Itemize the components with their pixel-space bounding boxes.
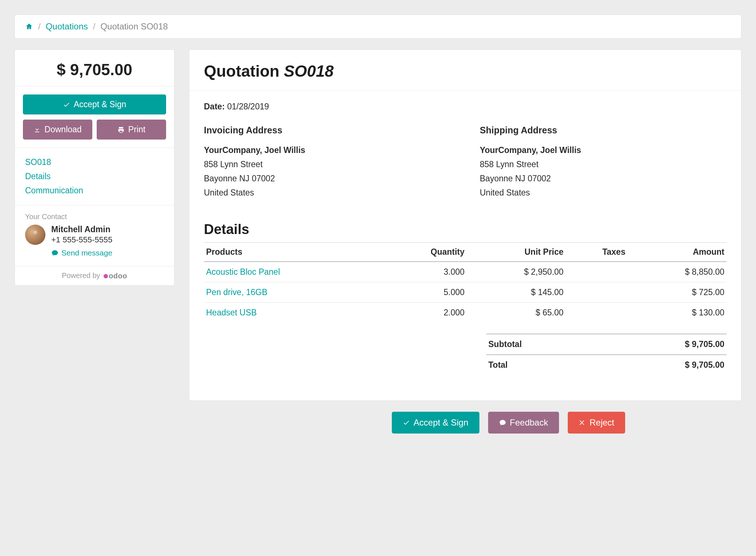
accept-sign-label: Accept & Sign xyxy=(74,100,126,109)
addr-country: United States xyxy=(204,186,451,200)
order-total: $ 9,705.00 xyxy=(15,50,174,86)
chat-icon xyxy=(51,249,59,257)
shipping-heading: Shipping Address xyxy=(480,122,727,138)
powered-by: Powered by odoo xyxy=(15,266,174,285)
subtotal-value: $ 9,705.00 xyxy=(685,339,724,349)
download-icon xyxy=(33,126,41,133)
nav-details[interactable]: Details xyxy=(25,169,164,184)
nav-communication[interactable]: Communication xyxy=(25,184,164,198)
cell-taxes xyxy=(566,262,627,282)
nav-so018[interactable]: SO018 xyxy=(25,155,164,169)
col-quantity: Quantity xyxy=(381,242,467,262)
date-label: Date: xyxy=(204,102,225,111)
cell-qty: 2.000 xyxy=(381,302,467,323)
table-row: Acoustic Bloc Panel3.000$ 2,950.00$ 8,85… xyxy=(204,262,727,282)
details-heading: Details xyxy=(204,222,727,237)
cell-unit-price: $ 2,950.00 xyxy=(467,262,566,282)
contact-name: Mitchell Admin xyxy=(51,225,112,234)
totals: Subtotal $ 9,705.00 Total $ 9,705.00 xyxy=(486,334,727,375)
title-prefix: Quotation xyxy=(204,62,284,80)
invoicing-address: Invoicing Address YourCompany, Joel Will… xyxy=(204,122,451,200)
print-label: Print xyxy=(128,125,145,134)
sidebar: $ 9,705.00 Accept & Sign Download xyxy=(15,49,174,286)
cell-qty: 5.000 xyxy=(381,282,467,302)
table-row: Pen drive, 16GB5.000$ 145.00$ 725.00 xyxy=(204,282,727,302)
reject-label: Reject xyxy=(590,418,614,428)
contact-section: Your Contact Mitchell Admin +1 555-555-5… xyxy=(15,205,174,266)
total-label: Total xyxy=(488,360,508,370)
total-value: $ 9,705.00 xyxy=(685,360,724,370)
send-message-link[interactable]: Send message xyxy=(51,249,112,257)
table-row: Headset USB2.000$ 65.00$ 130.00 xyxy=(204,302,727,323)
col-products: Products xyxy=(204,242,381,262)
invoicing-heading: Invoicing Address xyxy=(204,122,451,138)
close-icon xyxy=(579,419,586,426)
accept-sign-label: Accept & Sign xyxy=(414,418,469,428)
col-amount: Amount xyxy=(628,242,727,262)
product-link[interactable]: Pen drive, 16GB xyxy=(206,287,268,297)
title-ref: SO018 xyxy=(284,62,334,80)
contact-phone: +1 555-555-5555 xyxy=(51,235,112,245)
feedback-button[interactable]: Feedback xyxy=(488,412,559,434)
addr-street: 858 Lynn Street xyxy=(480,157,727,172)
subtotal-label: Subtotal xyxy=(488,339,522,349)
addr-company: YourCompany, Joel Willis xyxy=(480,143,727,157)
addr-city: Bayonne NJ 07002 xyxy=(204,172,451,186)
breadcrumb: / Quotations / Quotation SO018 xyxy=(15,15,741,39)
download-label: Download xyxy=(44,125,81,134)
cell-qty: 3.000 xyxy=(381,262,467,282)
cell-amount: $ 130.00 xyxy=(628,302,727,323)
cell-taxes xyxy=(566,302,627,323)
date-row: Date: 01/28/2019 xyxy=(204,102,727,112)
check-icon xyxy=(63,101,70,108)
bottom-actions: Accept & Sign Feedback Reject xyxy=(15,412,741,434)
avatar xyxy=(25,225,45,245)
breadcrumb-current: Quotation SO018 xyxy=(100,21,168,32)
details-table: Products Quantity Unit Price Taxes Amoun… xyxy=(204,242,727,323)
chat-icon xyxy=(499,419,506,426)
check-icon xyxy=(403,419,410,426)
shipping-address: Shipping Address YourCompany, Joel Willi… xyxy=(480,122,727,200)
sidebar-actions: Accept & Sign Download Print xyxy=(15,86,174,148)
odoo-dot-icon xyxy=(104,274,108,278)
powered-by-text: Powered by xyxy=(62,271,100,279)
cell-amount: $ 725.00 xyxy=(628,282,727,302)
product-link[interactable]: Headset USB xyxy=(206,308,257,317)
accept-sign-button-bottom[interactable]: Accept & Sign xyxy=(392,412,479,434)
main-panel: Quotation SO018 Date: 01/28/2019 Invoici… xyxy=(189,49,741,401)
addr-company: YourCompany, Joel Willis xyxy=(204,143,451,157)
print-icon xyxy=(117,126,125,133)
send-message-label: Send message xyxy=(61,249,112,257)
date-value: 01/28/2019 xyxy=(227,102,269,111)
addr-street: 858 Lynn Street xyxy=(204,157,451,172)
home-icon[interactable] xyxy=(25,23,33,31)
reject-button[interactable]: Reject xyxy=(568,412,625,434)
cell-amount: $ 8,850.00 xyxy=(628,262,727,282)
accept-sign-button[interactable]: Accept & Sign xyxy=(23,94,166,114)
download-button[interactable]: Download xyxy=(23,120,92,140)
main-header: Quotation SO018 xyxy=(189,50,741,91)
print-button[interactable]: Print xyxy=(97,120,166,140)
sidebar-nav: SO018 Details Communication xyxy=(15,148,174,205)
breadcrumb-quotations[interactable]: Quotations xyxy=(46,21,88,32)
cell-taxes xyxy=(566,282,627,302)
product-link[interactable]: Acoustic Bloc Panel xyxy=(206,267,280,277)
col-unit-price: Unit Price xyxy=(467,242,566,262)
breadcrumb-sep: / xyxy=(38,21,41,32)
contact-heading: Your Contact xyxy=(25,213,164,221)
page-title: Quotation SO018 xyxy=(204,62,727,80)
addr-country: United States xyxy=(480,186,727,200)
odoo-logo: odoo xyxy=(104,272,127,280)
cell-unit-price: $ 65.00 xyxy=(467,302,566,323)
odoo-brand-text: odoo xyxy=(109,272,127,280)
cell-unit-price: $ 145.00 xyxy=(467,282,566,302)
col-taxes: Taxes xyxy=(566,242,627,262)
feedback-label: Feedback xyxy=(510,418,548,428)
addr-city: Bayonne NJ 07002 xyxy=(480,172,727,186)
breadcrumb-sep: / xyxy=(93,21,96,32)
